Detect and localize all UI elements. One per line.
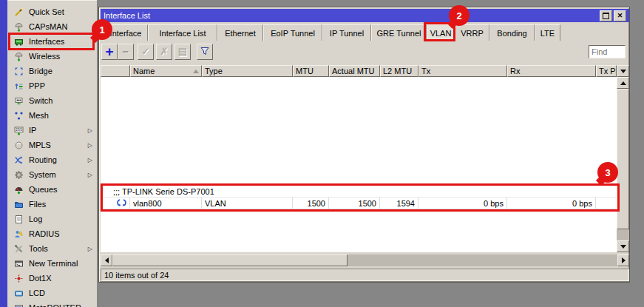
column-header-actual-mtu[interactable]: Actual MTU: [329, 65, 380, 77]
column-header-type[interactable]: Type: [202, 65, 293, 77]
gauge-icon: [13, 185, 24, 195]
scroll-left-button[interactable]: [101, 254, 112, 266]
sidebar-item-tools[interactable]: Tools ▷: [7, 241, 97, 256]
arrow-left-icon: [105, 257, 109, 263]
scroll-right-button[interactable]: [617, 254, 629, 266]
sidebar-item-radius[interactable]: RADIUS: [7, 226, 97, 241]
comment-button[interactable]: ▤: [174, 44, 191, 60]
remove-button[interactable]: −: [118, 44, 134, 60]
tab-ip-tunnel[interactable]: IP Tunnel: [322, 24, 371, 41]
mesh-icon: [13, 111, 24, 121]
horizontal-scrollbar[interactable]: [101, 254, 629, 266]
terminal-icon: [13, 259, 24, 269]
scroll-up-button[interactable]: [617, 77, 629, 89]
user-key-icon: [13, 229, 24, 239]
sidebar-item-wireless[interactable]: Wireless: [7, 49, 97, 64]
enable-button[interactable]: ✓: [138, 44, 154, 60]
submenu-arrow-icon: ▷: [88, 246, 92, 252]
horizontal-scroll-thumb[interactable]: [112, 254, 348, 266]
column-header-tx[interactable]: Tx: [418, 65, 507, 77]
table-row[interactable]: vlan800 VLAN 1500 1500 1594 0 bps 0 bps: [101, 198, 617, 209]
left-accent-strip: [0, 0, 7, 307]
sidebar-item-mpls[interactable]: MPLS ▷: [7, 138, 97, 152]
submenu-arrow-icon: ▷: [88, 127, 92, 134]
dropdown-icon: [620, 70, 626, 73]
lcd-icon: [13, 289, 24, 298]
table-header: Name Type MTU Actual MTU L2 MTU Tx Rx Tx…: [101, 65, 629, 77]
close-icon: ✕: [617, 13, 623, 19]
annotation-badge-3: 3: [597, 162, 618, 183]
sidebar-item-mesh[interactable]: Mesh: [7, 108, 97, 123]
arrow-right-icon: [622, 257, 626, 263]
tab-eoip-tunnel[interactable]: EoIP Tunnel: [263, 24, 322, 41]
vertical-scrollbar[interactable]: [617, 77, 629, 252]
cell-rx: 0 bps: [507, 198, 596, 209]
row-select-cell[interactable]: [101, 198, 130, 209]
comment-icon: ▤: [178, 47, 187, 56]
maximize-button[interactable]: [600, 10, 612, 21]
table-body[interactable]: ;;; TP-LINK Serie DS-P7001 vlan800 VLAN …: [101, 77, 617, 252]
plus-icon: +: [105, 47, 113, 57]
sidebar-item-queues[interactable]: Queues: [7, 182, 97, 197]
column-header-tx-packet[interactable]: Tx Pa: [596, 65, 617, 77]
cell-tx: 0 bps: [418, 198, 507, 209]
disable-button[interactable]: ✗: [156, 44, 172, 60]
annotation-badge-1: 1: [92, 19, 112, 40]
column-header-l2-mtu[interactable]: L2 MTU: [380, 65, 418, 77]
sort-ascending-icon: [193, 70, 199, 73]
find-input[interactable]: [589, 45, 626, 58]
column-header-rx[interactable]: Rx: [507, 65, 596, 77]
sidebar-item-metarouter[interactable]: MetaROUTER: [7, 300, 97, 307]
submenu-arrow-icon: ▷: [88, 172, 92, 178]
close-button[interactable]: ✕: [614, 10, 626, 21]
sidebar-item-routing[interactable]: Routing ▷: [7, 152, 97, 167]
metarouter-icon: [13, 303, 24, 307]
filter-button[interactable]: [197, 44, 213, 60]
tab-bar: Interface Interface List Ethernet EoIP T…: [104, 24, 560, 41]
maximize-icon: [603, 13, 609, 19]
tab-bonding[interactable]: Bonding: [489, 24, 535, 41]
sidebar-item-ip[interactable]: 255 IP ▷: [7, 123, 97, 138]
folder-icon: [13, 200, 24, 209]
dot1x-icon: [13, 274, 24, 283]
check-icon: ✓: [142, 47, 150, 56]
column-selector-button[interactable]: [617, 65, 629, 77]
antenna-icon: [13, 22, 24, 32]
minus-icon: −: [123, 47, 129, 56]
antenna-icon: [13, 52, 24, 61]
scroll-down-button[interactable]: [617, 240, 629, 252]
add-button[interactable]: +: [101, 44, 118, 60]
tab-gre-tunnel[interactable]: GRE Tunnel: [371, 24, 427, 41]
comment-row[interactable]: ;;; TP-LINK Serie DS-P7001: [101, 186, 617, 198]
sidebar-item-new-terminal[interactable]: New Terminal: [7, 256, 97, 271]
tab-vrrp[interactable]: VRRP: [455, 24, 489, 41]
sidebar-item-quick-set[interactable]: Quick Set: [7, 4, 97, 19]
sidebar-menu: Quick Set CAPsMAN Interfaces Wireless Br…: [7, 0, 97, 307]
ip-icon: 255: [13, 126, 24, 135]
cell-l2-mtu: 1594: [380, 198, 418, 209]
sidebar-item-files[interactable]: Files: [7, 197, 97, 212]
column-header-select[interactable]: [101, 65, 130, 77]
gear-icon: [13, 170, 24, 180]
tab-ethernet[interactable]: Ethernet: [217, 24, 263, 41]
tools-icon: [13, 244, 24, 254]
column-header-mtu[interactable]: MTU: [293, 65, 329, 77]
switch-icon: [13, 96, 24, 106]
sidebar-item-bridge[interactable]: Bridge: [7, 64, 97, 78]
window-title: Interface List: [104, 11, 150, 20]
sidebar-item-lcd[interactable]: LCD: [7, 286, 97, 300]
column-header-name[interactable]: Name: [130, 65, 202, 77]
window-titlebar[interactable]: Interface List ✕: [101, 9, 629, 22]
tab-interface-list[interactable]: Interface List: [148, 24, 217, 41]
interface-list-window: Interface List ✕ Interface Interface Lis…: [98, 7, 630, 283]
sidebar-item-system[interactable]: System ▷: [7, 167, 97, 182]
sidebar-item-interfaces[interactable]: Interfaces: [7, 34, 97, 49]
sidebar-item-switch[interactable]: Switch: [7, 93, 97, 108]
vertical-scroll-thumb[interactable]: [617, 89, 629, 229]
cell-tx-packet: [596, 198, 617, 209]
sidebar-item-ppp[interactable]: PPP: [7, 78, 97, 93]
sidebar-item-capsman[interactable]: CAPsMAN: [7, 19, 97, 34]
tab-lte[interactable]: LTE: [535, 24, 560, 41]
sidebar-item-dot1x[interactable]: Dot1X: [7, 271, 97, 286]
sidebar-item-log[interactable]: Log: [7, 212, 97, 226]
